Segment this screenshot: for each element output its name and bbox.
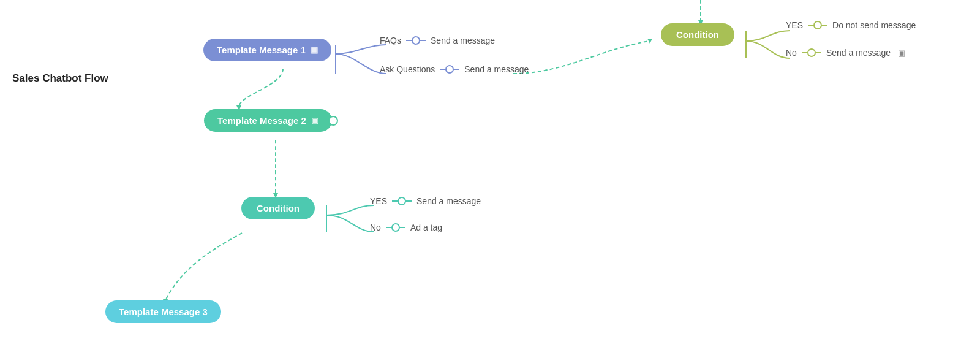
faqs-label: FAQs	[380, 36, 401, 45]
askq-label: Ask Questions	[380, 64, 435, 74]
page-title: Sales Chatbot Flow	[12, 72, 108, 85]
faqs-action: Send a message	[431, 36, 495, 45]
condition2-no-branch: No Send a message ▣	[786, 48, 905, 58]
cond2-yes-dot	[813, 21, 822, 29]
cond1-no-action: Ad a tag	[410, 223, 442, 232]
cond1-yes-label: YES	[370, 196, 387, 206]
condition-2-node[interactable]: Condition	[661, 23, 734, 46]
template-message-2-node[interactable]: Template Message 2 ▣	[204, 109, 332, 132]
template-message-3-node[interactable]: Template Message 3	[105, 300, 221, 323]
template2-output-dot	[328, 116, 338, 126]
template1-label: Template Message 1	[217, 45, 306, 55]
cond1-yes-dot	[398, 197, 406, 205]
askq-connector-dot	[445, 65, 454, 74]
template3-label: Template Message 3	[119, 307, 208, 317]
template-message-1-node[interactable]: Template Message 1 ▣	[203, 39, 331, 61]
condition-1-node[interactable]: Condition	[241, 197, 315, 219]
cond2-no-icon: ▣	[898, 48, 905, 58]
cond2-no-action: Send a message	[826, 48, 891, 58]
condition2-yes-branch: YES Do not send message	[786, 20, 916, 30]
cond2-no-label: No	[786, 48, 797, 58]
cond1-yes-action: Send a message	[417, 196, 481, 206]
condition2-label: Condition	[676, 29, 719, 40]
cond1-no-dot	[391, 223, 400, 232]
condition1-label: Condition	[257, 203, 300, 213]
flow-canvas: Sales Chatbot Flow Template Message 1 ▣ …	[0, 0, 980, 347]
cond2-yes-label: YES	[786, 20, 803, 30]
template1-askq-branch: Ask Questions Send a message	[380, 64, 529, 74]
template1-faqs-branch: FAQs Send a message	[380, 36, 495, 45]
message-icon-1: ▣	[311, 45, 318, 55]
message-icon-2: ▣	[311, 116, 318, 125]
template2-label: Template Message 2	[217, 115, 306, 126]
condition1-yes-branch: YES Send a message	[370, 196, 481, 206]
askq-action: Send a message	[464, 64, 529, 74]
condition1-no-branch: No Ad a tag	[370, 223, 442, 232]
cond1-no-label: No	[370, 223, 381, 232]
svg-marker-5	[647, 39, 652, 44]
faqs-connector-dot	[412, 36, 420, 45]
cond2-no-dot	[807, 48, 816, 57]
cond2-yes-action: Do not send message	[832, 20, 916, 30]
